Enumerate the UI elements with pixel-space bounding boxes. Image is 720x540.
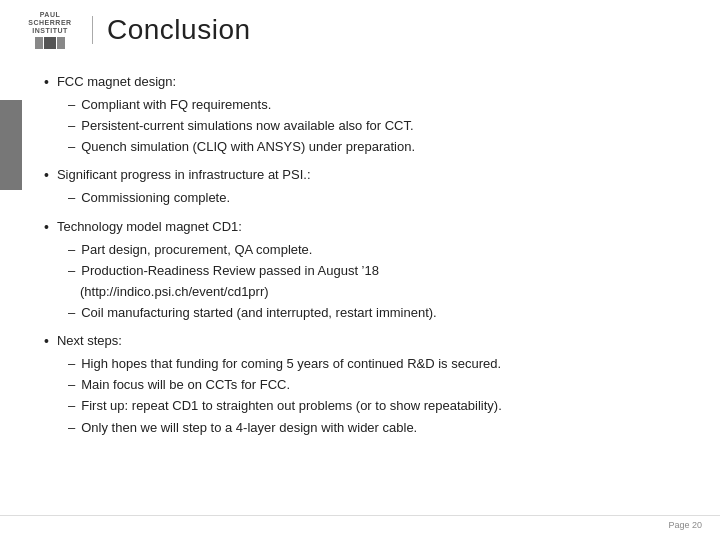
sub-text-tech-3: Coil manufacturing started (and interrup… [81, 303, 437, 323]
sub-bullet-fcc-2: – Persistent-current simulations now ava… [68, 116, 684, 136]
logo-rect-2 [44, 37, 56, 49]
sub-bullets-tech: – Part design, procurement, QA complete.… [44, 240, 684, 324]
sub-text-psi-1: Commissioning complete. [81, 188, 230, 208]
logo-rect-3 [57, 37, 65, 49]
bullet-main-next: • Next steps: [44, 331, 684, 352]
dash-next-2: – [68, 375, 75, 395]
slide-title: Conclusion [107, 14, 251, 46]
dash-next-3: – [68, 396, 75, 416]
sub-bullet-psi-1: – Commissioning complete. [68, 188, 684, 208]
slide: PAUL SCHERRER INSTITUT Conclusion • FCC … [0, 0, 720, 540]
logo-graphic [35, 37, 65, 49]
sub-text-tech-2: Production-Readiness Review passed in Au… [81, 261, 379, 281]
dash-fcc-2: – [68, 116, 75, 136]
bullet-fcc: • FCC magnet design: – Compliant with FQ… [44, 72, 684, 157]
bullet-dot-tech: • [44, 217, 49, 238]
logo-box: PAUL SCHERRER INSTITUT [24, 14, 76, 46]
sub-bullet-tech-3: – Coil manufacturing started (and interr… [68, 303, 684, 323]
sub-text-next-2: Main focus will be on CCTs for FCC. [81, 375, 290, 395]
sub-bullets-psi: – Commissioning complete. [44, 188, 684, 208]
bullet-psi: • Significant progress in infrastructure… [44, 165, 684, 208]
header: PAUL SCHERRER INSTITUT Conclusion [0, 0, 720, 56]
bullet-main-tech: • Technology model magnet CD1: [44, 217, 684, 238]
sub-bullet-next-1: – High hopes that funding for coming 5 y… [68, 354, 684, 374]
sub-bullets-next: – High hopes that funding for coming 5 y… [44, 354, 684, 438]
bullet-dot-fcc: • [44, 72, 49, 93]
dash-psi-1: – [68, 188, 75, 208]
sub-bullet-tech-2: – Production-Readiness Review passed in … [68, 261, 684, 281]
sub-bullet-tech-2b: (http://indico.psi.ch/event/cd1prr) [68, 282, 684, 302]
dash-tech-1: – [68, 240, 75, 260]
sub-text-next-4: Only then we will step to a 4-layer desi… [81, 418, 417, 438]
logo-area: PAUL SCHERRER INSTITUT [24, 14, 76, 46]
bullet-main-fcc: • FCC magnet design: [44, 72, 684, 93]
sub-bullet-tech-1: – Part design, procurement, QA complete. [68, 240, 684, 260]
dash-next-4: – [68, 418, 75, 438]
bottom-divider [0, 515, 720, 516]
sub-bullet-fcc-3: – Quench simulation (CLIQ with ANSYS) un… [68, 137, 684, 157]
sub-bullet-fcc-1: – Compliant with FQ requirements. [68, 95, 684, 115]
bullet-text-tech: Technology model magnet CD1: [57, 217, 242, 237]
bullet-main-psi: • Significant progress in infrastructure… [44, 165, 684, 186]
logo-text: PAUL SCHERRER INSTITUT [24, 11, 76, 34]
dash-tech-3: – [68, 303, 75, 323]
dash-fcc-3: – [68, 137, 75, 157]
bullet-tech: • Technology model magnet CD1: – Part de… [44, 217, 684, 324]
sub-bullets-fcc: – Compliant with FQ requirements. – Pers… [44, 95, 684, 157]
sub-text-fcc-2: Persistent-current simulations now avail… [81, 116, 413, 136]
dash-next-1: – [68, 354, 75, 374]
sub-text-fcc-3: Quench simulation (CLIQ with ANSYS) unde… [81, 137, 415, 157]
bullet-text-psi: Significant progress in infrastructure a… [57, 165, 311, 185]
title-divider [92, 16, 93, 44]
sub-bullet-next-3: – First up: repeat CD1 to straighten out… [68, 396, 684, 416]
bullet-dot-next: • [44, 331, 49, 352]
dash-fcc-1: – [68, 95, 75, 115]
left-accent [0, 100, 22, 190]
sub-text-next-3: First up: repeat CD1 to straighten out p… [81, 396, 502, 416]
dash-tech-2: – [68, 261, 75, 281]
sub-text-tech-1: Part design, procurement, QA complete. [81, 240, 312, 260]
bullet-text-fcc: FCC magnet design: [57, 72, 176, 92]
sub-text-fcc-1: Compliant with FQ requirements. [81, 95, 271, 115]
content-area: • FCC magnet design: – Compliant with FQ… [0, 60, 720, 456]
sub-text-tech-2b: (http://indico.psi.ch/event/cd1prr) [80, 282, 269, 302]
sub-bullet-next-2: – Main focus will be on CCTs for FCC. [68, 375, 684, 395]
bullet-dot-psi: • [44, 165, 49, 186]
sub-bullet-next-4: – Only then we will step to a 4-layer de… [68, 418, 684, 438]
sub-text-next-1: High hopes that funding for coming 5 yea… [81, 354, 501, 374]
bullet-next: • Next steps: – High hopes that funding … [44, 331, 684, 438]
logo-rect-1 [35, 37, 43, 49]
page-number: Page 20 [668, 520, 702, 530]
bullet-text-next: Next steps: [57, 331, 122, 351]
